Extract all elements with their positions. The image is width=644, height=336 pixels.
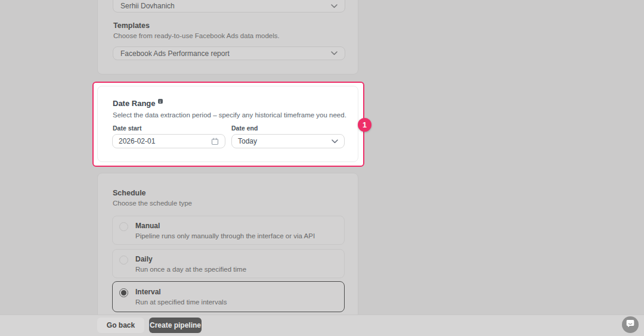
account-select[interactable]: Serhii Dovhanich [113,0,345,13]
templates-heading: Templates [113,21,150,30]
radio-selected-icon[interactable] [119,288,128,297]
date-range-heading-text: Date Range [113,99,156,108]
date-range-heading: Date Range [113,99,163,108]
option-title: Daily [135,255,246,263]
option-text: Interval Run at specified time intervals [135,288,227,306]
schedule-option-interval[interactable]: Interval Run at specified time intervals [112,281,345,312]
template-select[interactable]: Facebook Ads Performance report [113,46,345,60]
radio-unselected-icon[interactable] [119,256,128,265]
date-end-label: Date end [231,125,258,132]
calendar-icon [211,138,219,145]
option-description: Pipeline runs only manually through the … [135,232,315,239]
source-settings-panel: Serhii Dovhanich Templates Choose from r… [97,0,358,74]
tour-step-badge[interactable]: 1 [358,118,371,132]
date-range-description: Select the data extraction period – spec… [113,111,346,119]
info-icon[interactable] [158,99,163,104]
account-select-value: Serhii Dovhanich [120,2,175,10]
option-description: Run at specified time intervals [135,298,227,306]
schedule-description: Choose the schedule type [113,200,192,207]
date-start-value: 2026-02-01 [119,137,155,145]
option-description: Run once a day at the specified time [135,266,246,273]
option-title: Interval [135,288,227,296]
date-end-value: Today [238,137,257,145]
footer-bar [0,315,644,336]
date-end-select[interactable]: Today [231,134,345,148]
chevron-down-icon [331,51,338,55]
date-start-input[interactable]: 2026-02-01 [112,134,225,148]
chevron-down-icon [332,139,338,144]
chevron-down-icon [331,4,338,8]
pipeline-setup-screen: Serhii Dovhanich Templates Choose from r… [0,0,644,336]
go-back-button[interactable]: Go back [97,318,144,333]
option-text: Daily Run once a day at the specified ti… [135,255,246,272]
template-select-value: Facebook Ads Performance report [120,49,230,58]
date-range-section [97,86,358,162]
chat-bubble-icon [626,319,635,331]
create-pipeline-button[interactable]: Create pipeline [149,318,202,333]
date-start-label: Date start [113,125,141,132]
schedule-heading: Schedule [113,189,146,197]
templates-description: Choose from ready-to-use Facebook Ads da… [113,32,280,39]
schedule-option-manual[interactable]: Manual Pipeline runs only manually throu… [112,216,345,245]
chat-launcher-button[interactable] [622,316,639,333]
schedule-option-daily[interactable]: Daily Run once a day at the specified ti… [112,249,345,278]
option-title: Manual [135,222,315,230]
option-text: Manual Pipeline runs only manually throu… [135,222,315,239]
radio-unselected-icon[interactable] [119,222,128,231]
